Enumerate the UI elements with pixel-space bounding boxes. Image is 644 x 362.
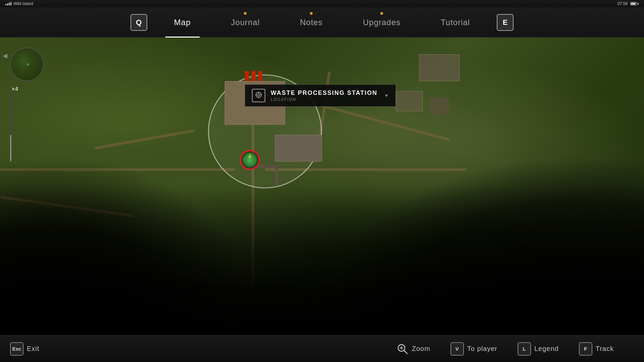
key-l[interactable]: L xyxy=(518,342,531,356)
tab-map[interactable]: Map xyxy=(154,7,211,38)
zoom-level-label: ×4 xyxy=(12,86,18,92)
tab-notes-label: Notes xyxy=(300,18,323,27)
station-walkway xyxy=(275,165,278,185)
tab-tutorial-label: Tutorial xyxy=(441,18,470,27)
nav-bar: Q Map Journal Notes Upgrades Tutorial E xyxy=(0,7,644,38)
key-v-label: V xyxy=(455,346,459,352)
legend-label: Legend xyxy=(534,345,559,353)
action-track: F Track xyxy=(579,342,614,356)
building-tr-1 xyxy=(419,54,460,81)
cursor-indicator: ▼ xyxy=(384,93,389,98)
signal-bar-1 xyxy=(5,4,6,5)
location-label: Wild Island xyxy=(13,1,33,6)
action-legend: L Legend xyxy=(518,342,559,356)
notes-dot xyxy=(310,12,313,15)
location-tooltip: WASTE PROCESSING STATION LOCATION ▼ xyxy=(245,84,396,107)
key-l-label: L xyxy=(523,346,526,352)
zoom-label: Zoom xyxy=(412,345,430,353)
station-building-right xyxy=(275,135,322,162)
key-f[interactable]: F xyxy=(579,342,592,356)
nav-key-e[interactable]: E xyxy=(497,14,514,31)
tab-journal[interactable]: Journal xyxy=(211,7,280,38)
signal-bar-3 xyxy=(9,3,10,5)
action-zoom: Zoom xyxy=(396,343,430,355)
journal-dot xyxy=(244,12,247,15)
exit-label: Exit xyxy=(27,345,39,353)
minimap xyxy=(10,48,44,81)
player-icon xyxy=(243,153,257,167)
top-bar: Wild Island 07:59 xyxy=(0,0,644,7)
battery-fill xyxy=(631,3,636,5)
road-h-1 xyxy=(0,168,235,171)
time-display: 07:59 xyxy=(618,1,628,6)
zoom-bar xyxy=(10,95,11,162)
track-label: Track xyxy=(596,345,614,353)
tab-notes[interactable]: Notes xyxy=(280,7,343,38)
zoom-icon xyxy=(396,343,409,355)
key-f-label: F xyxy=(584,346,587,352)
tab-upgrades-label: Upgrades xyxy=(363,18,400,27)
location-icon xyxy=(252,89,265,102)
top-bar-right: 07:59 xyxy=(618,1,639,6)
building-tr-2 xyxy=(396,91,423,111)
map-container[interactable]: WASTE PROCESSING STATION LOCATION ▼ ◀ ×4 xyxy=(0,38,644,332)
top-bar-left: Wild Island xyxy=(5,1,33,6)
signal-bars xyxy=(5,2,11,5)
tooltip-title: WASTE PROCESSING STATION xyxy=(271,89,377,97)
key-esc[interactable]: Esc xyxy=(10,342,23,356)
nav-key-q[interactable]: Q xyxy=(130,14,147,31)
svg-line-8 xyxy=(404,350,407,354)
key-esc-label: Esc xyxy=(12,346,21,352)
to-player-label: To player xyxy=(467,345,497,353)
bottom-bar: Esc Exit Zoom V To player L Legend xyxy=(0,335,644,362)
battery-indicator xyxy=(630,2,639,5)
player-marker xyxy=(240,150,260,170)
tab-upgrades[interactable]: Upgrades xyxy=(343,7,421,38)
battery-body xyxy=(630,2,637,5)
minimap-chevron[interactable]: ◀ xyxy=(3,52,7,59)
tab-map-label: Map xyxy=(174,18,191,27)
q-key-label: Q xyxy=(136,18,142,27)
svg-rect-6 xyxy=(249,160,251,162)
action-to-player: V To player xyxy=(450,342,497,356)
signal-bar-2 xyxy=(7,3,8,5)
tab-journal-label: Journal xyxy=(231,18,260,27)
building-tr-3 xyxy=(429,98,449,115)
tab-tutorial[interactable]: Tutorial xyxy=(421,7,490,38)
upgrades-dot xyxy=(380,12,383,15)
zoom-bar-fill xyxy=(10,135,11,162)
battery-tip xyxy=(638,3,639,5)
key-v[interactable]: V xyxy=(450,342,464,356)
signal-bar-4 xyxy=(10,2,11,5)
tooltip-subtitle: LOCATION xyxy=(271,97,377,102)
action-exit: Esc Exit xyxy=(10,342,39,356)
e-key-label: E xyxy=(503,18,508,27)
svg-point-1 xyxy=(258,94,260,96)
tooltip-content: WASTE PROCESSING STATION LOCATION xyxy=(271,89,377,102)
